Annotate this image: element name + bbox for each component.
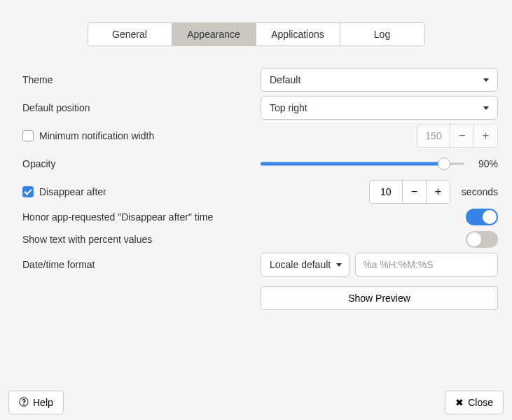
- chevron-down-icon: [483, 106, 489, 110]
- slider-thumb[interactable]: [438, 158, 450, 170]
- chevron-down-icon: [336, 263, 342, 267]
- close-button[interactable]: ✖ Close: [445, 391, 504, 414]
- tab-general[interactable]: General: [88, 23, 172, 46]
- show-percent-toggle[interactable]: [466, 231, 498, 248]
- show-percent-label: Show text with percent values: [22, 234, 466, 245]
- disappear-after-label: Disappear after: [39, 186, 106, 197]
- min-width-spinner: − +: [417, 124, 498, 148]
- min-width-decrement: −: [450, 125, 473, 147]
- seconds-suffix: seconds: [462, 186, 498, 197]
- min-width-increment: +: [473, 125, 497, 147]
- opacity-label: Opacity: [22, 158, 261, 169]
- datetime-format-input[interactable]: [355, 253, 498, 276]
- tab-bar: General Appearance Applications Log: [0, 0, 512, 46]
- disappear-decrement[interactable]: −: [402, 181, 426, 203]
- datetime-mode-select[interactable]: Locale default: [261, 253, 350, 276]
- datetime-format-label: Date/time format: [22, 259, 261, 270]
- theme-select[interactable]: Default: [261, 68, 498, 92]
- show-preview-button[interactable]: Show Preview: [261, 286, 498, 310]
- tab-log[interactable]: Log: [340, 23, 424, 46]
- min-width-checkbox[interactable]: [22, 130, 34, 141]
- opacity-value: 90%: [473, 158, 498, 169]
- help-button[interactable]: Help: [8, 391, 64, 414]
- min-width-input: [417, 125, 450, 147]
- tab-appearance[interactable]: Appearance: [172, 23, 256, 46]
- help-icon: [19, 397, 29, 409]
- disappear-seconds-spinner[interactable]: − +: [369, 180, 450, 204]
- disappear-increment[interactable]: +: [426, 181, 450, 203]
- position-select[interactable]: Top right: [261, 96, 498, 120]
- opacity-slider[interactable]: [261, 158, 464, 170]
- disappear-seconds-input[interactable]: [370, 181, 402, 203]
- disappear-after-checkbox[interactable]: [22, 186, 34, 197]
- min-width-label: Minimum notification width: [39, 130, 154, 141]
- close-icon: ✖: [455, 397, 464, 408]
- theme-label: Theme: [22, 74, 261, 85]
- honor-app-time-label: Honor app-requested "Disappear after" ti…: [22, 211, 466, 223]
- position-label: Default position: [22, 102, 261, 113]
- tab-applications[interactable]: Applications: [256, 23, 340, 46]
- honor-app-time-toggle[interactable]: [466, 209, 498, 225]
- chevron-down-icon: [483, 78, 489, 82]
